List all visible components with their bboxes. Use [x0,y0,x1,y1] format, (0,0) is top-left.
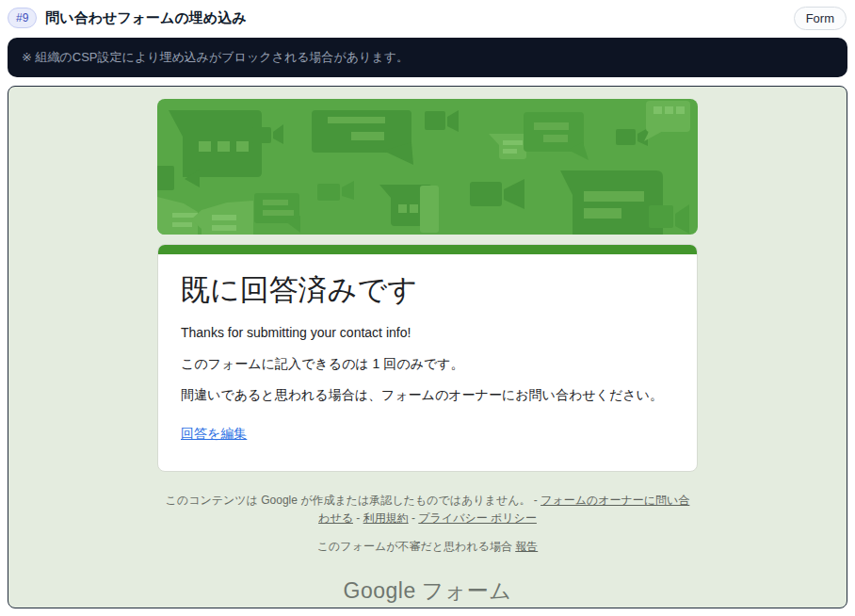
form-type-badge[interactable]: Form [794,7,847,30]
form-header-image [157,99,698,235]
report-line: このフォームが不審だと思われる場合 報告 [157,539,698,555]
google-logo-text: Google [344,578,416,603]
card-accent-bar [158,245,697,254]
videocam-icon [425,110,459,132]
form-title: 既に回答済みです [181,273,674,307]
page-header: #9 問い合わせフォームの埋め込み Form [0,0,855,29]
mistake-message: 間違いであると思われる場合は、フォームのオーナーにお問い合わせください。 [181,386,674,404]
report-prompt: このフォームが不審だと思われる場合 [317,540,515,553]
csp-warning-text: ※ 組織のCSP設定により埋め込みがブロックされる場合があります。 [22,49,409,66]
form-column: 既に回答済みです Thanks for submitting your cont… [157,99,698,606]
forms-logo-text: フォーム [422,578,512,603]
confirmation-message: Thanks for submitting your contact info! [181,324,674,342]
pattern-bar [420,186,439,233]
chat-pattern-illustration [157,99,698,235]
separator: - [409,511,419,525]
disclaimer-text: このコンテンツは Google が作成または承認したものではありません。 [166,494,531,507]
card-body: 既に回答済みです Thanks for submitting your cont… [158,254,697,471]
google-forms-logo: Googleフォーム [157,576,698,606]
form-embed-container: 既に回答済みです Thanks for submitting your cont… [8,86,847,608]
privacy-link[interactable]: プライバシー ポリシー [418,511,537,525]
terms-link[interactable]: 利用規約 [363,511,409,525]
limit-message: このフォームに記入できるのは 1 回のみです。 [181,355,674,373]
videocam-icon [616,128,648,146]
chat-bubble-icon [560,170,663,235]
separator: - [530,494,540,507]
form-disclaimer: このコンテンツは Google が作成または承認したものではありません。 - フ… [164,492,691,527]
issue-number-badge: #9 [8,8,37,28]
separator: - [353,511,363,525]
page-title: 問い合わせフォームの埋め込み [45,9,784,27]
edit-response-link[interactable]: 回答を編集 [181,426,247,443]
report-link[interactable]: 報告 [515,540,538,553]
response-card: 既に回答済みです Thanks for submitting your cont… [157,244,698,472]
videocam-icon [470,179,524,209]
csp-warning-banner: ※ 組織のCSP設定により埋め込みがブロックされる場合があります。 [8,38,847,77]
